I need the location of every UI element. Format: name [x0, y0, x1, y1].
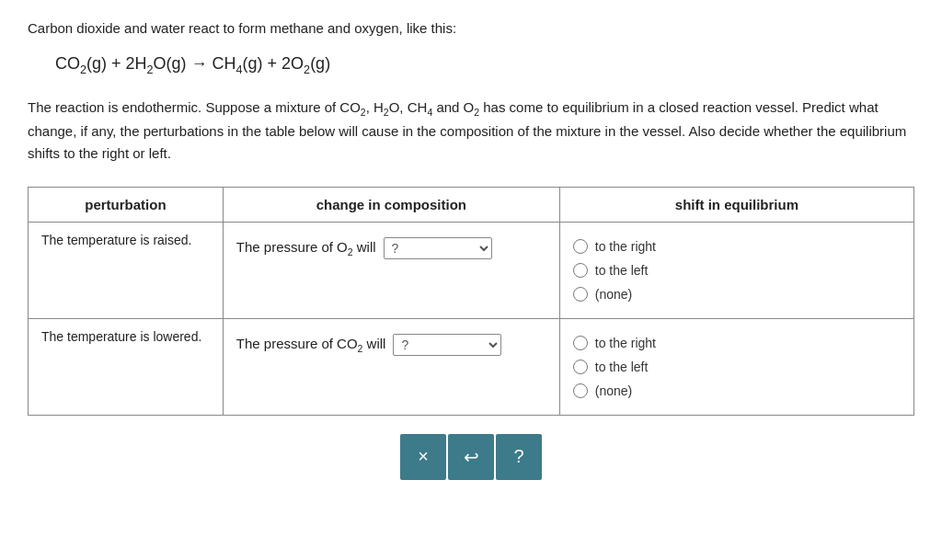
shift-right-2[interactable]: to the right	[573, 336, 901, 350]
help-button[interactable]: ?	[496, 434, 542, 480]
shift-left-2[interactable]: to the left	[573, 360, 901, 374]
table-row: The temperature is raised. The pressure …	[29, 222, 914, 318]
perturbation-1: The temperature is raised.	[29, 222, 224, 318]
composition-cell-2: The pressure of CO2 will ? increase decr…	[223, 318, 559, 415]
composition-cell-1: The pressure of O2 will ? increase decre…	[223, 222, 559, 318]
intro-line1: Carbon dioxide and water react to form m…	[28, 18, 914, 40]
header-shift: shift in equilibrium	[559, 187, 913, 222]
composition-select-2[interactable]: ? increase decrease stay the same	[393, 334, 501, 356]
header-perturbation: perturbation	[29, 187, 224, 222]
table-row: The temperature is lowered. The pressure…	[29, 318, 914, 415]
shift-none-2[interactable]: (none)	[573, 383, 901, 398]
composition-select-1[interactable]: ? increase decrease stay the same	[384, 237, 492, 259]
undo-button[interactable]: ↩	[448, 434, 494, 480]
composition-text-2: The pressure of CO2 will	[236, 336, 386, 354]
bottom-toolbar: × ↩ ?	[28, 434, 914, 480]
composition-text-1: The pressure of O2 will	[236, 239, 376, 257]
perturbation-2: The temperature is lowered.	[29, 318, 224, 415]
shift-none-1[interactable]: (none)	[573, 287, 901, 302]
shift-cell-1: to the right to the left (none)	[559, 222, 913, 318]
shift-cell-2: to the right to the left (none)	[559, 318, 913, 415]
chemical-equation: CO2(g) + 2H2O(g) → CH4(g) + 2O2(g)	[55, 49, 914, 80]
equilibrium-table: perturbation change in composition shift…	[28, 187, 914, 416]
description-text: The reaction is endothermic. Suppose a m…	[28, 97, 914, 165]
shift-left-1[interactable]: to the left	[573, 263, 901, 278]
shift-right-1[interactable]: to the right	[573, 239, 901, 254]
header-composition: change in composition	[223, 187, 559, 222]
close-button[interactable]: ×	[400, 434, 446, 480]
